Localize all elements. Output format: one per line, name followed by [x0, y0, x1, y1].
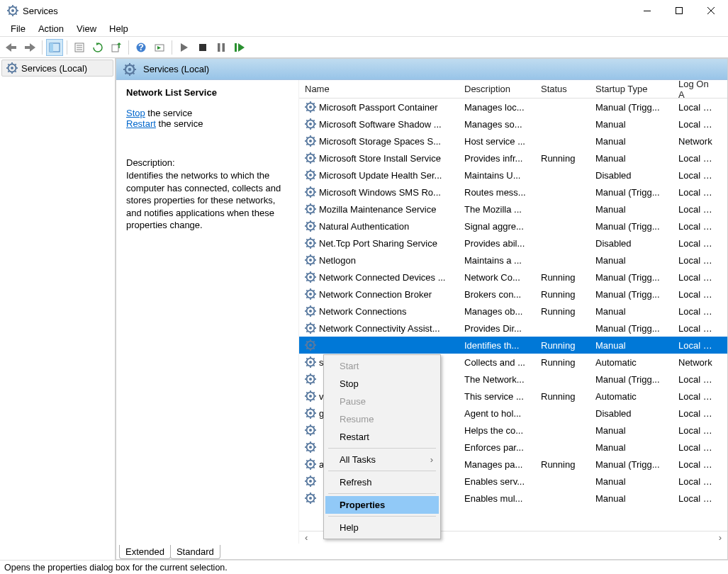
- restart-button[interactable]: [231, 39, 248, 56]
- export-button[interactable]: [108, 39, 125, 56]
- menubar: File Action View Help: [0, 21, 728, 37]
- table-row[interactable]: Microsoft Windows SMS Ro...Routes mess..…: [299, 184, 727, 201]
- service-title: Network List Service: [126, 87, 289, 98]
- col-logon[interactable]: Log On A: [673, 80, 720, 100]
- table-row[interactable]: NetlogonMaintains a ...ManualLocal Sys: [299, 252, 727, 269]
- table-row[interactable]: Network Connectivity Assist...Provides D…: [299, 320, 727, 337]
- tab-extended[interactable]: Extended: [119, 545, 171, 559]
- table-row[interactable]: Identifies th...RunningManualLocal Ser: [299, 337, 727, 354]
- col-startup-type[interactable]: Startup Type: [590, 84, 673, 94]
- toolbar: ?: [0, 37, 728, 58]
- table-row[interactable]: Net.Tcp Port Sharing ServiceProvides abi…: [299, 235, 727, 252]
- statusbar: Opens the properties dialog box for the …: [0, 560, 728, 574]
- svg-rect-17: [50, 43, 53, 52]
- table-row[interactable]: Network Connection BrokerBrokers con...R…: [299, 286, 727, 303]
- main-header: Services (Local): [116, 59, 727, 80]
- svg-rect-11: [676, 8, 682, 14]
- table-row[interactable]: Mozilla Maintenance ServiceThe Mozilla .…: [299, 201, 727, 218]
- svg-rect-15: [25, 46, 30, 49]
- refresh-button[interactable]: [89, 39, 106, 56]
- close-button[interactable]: [695, 1, 727, 21]
- description-label: Description:: [126, 157, 289, 168]
- table-row[interactable]: Microsoft Software Shadow ...Manages so.…: [299, 116, 727, 133]
- table-row[interactable]: Network Connected Devices ...Network Co.…: [299, 269, 727, 286]
- minimize-button[interactable]: [631, 1, 663, 21]
- col-description[interactable]: Description: [459, 84, 535, 94]
- stop-button[interactable]: [194, 39, 211, 56]
- main-header-title: Services (Local): [143, 64, 209, 74]
- svg-rect-10: [644, 11, 651, 11]
- table-row[interactable]: Natural AuthenticationSignal aggre...Man…: [299, 218, 727, 235]
- properties-toolbar-button[interactable]: [71, 39, 88, 56]
- svg-rect-28: [223, 43, 225, 52]
- app-icon: [7, 5, 18, 16]
- table-row[interactable]: Microsoft Storage Spaces S...Host servic…: [299, 133, 727, 150]
- table-row[interactable]: Microsoft Store Install ServiceProvides …: [299, 150, 727, 167]
- ctx-restart[interactable]: Restart: [325, 428, 439, 446]
- tab-standard[interactable]: Standard: [170, 545, 220, 559]
- maximize-button[interactable]: [663, 1, 695, 21]
- col-status[interactable]: Status: [535, 84, 590, 94]
- back-button[interactable]: [3, 39, 20, 56]
- menu-action[interactable]: Action: [32, 22, 70, 35]
- context-menu: Start Stop Pause Resume Restart All Task…: [323, 354, 441, 539]
- svg-rect-26: [199, 44, 206, 51]
- view-tabs: Extended Standard: [116, 544, 727, 559]
- table-row[interactable]: Microsoft Update Health Ser...Maintains …: [299, 167, 727, 184]
- help-toolbar-button[interactable]: ?: [133, 39, 150, 56]
- svg-text:?: ?: [138, 43, 144, 52]
- forward-button[interactable]: [21, 39, 38, 56]
- stop-link[interactable]: Stop: [126, 108, 145, 118]
- svg-rect-29: [235, 43, 237, 52]
- list-header: Name Description Status Startup Type Log…: [299, 80, 727, 99]
- ctx-stop[interactable]: Stop: [325, 375, 439, 393]
- play-button[interactable]: [176, 39, 193, 56]
- table-row[interactable]: Microsoft Passport ContainerManages loc.…: [299, 99, 727, 116]
- menu-help[interactable]: Help: [103, 22, 135, 35]
- tree-root[interactable]: Services (Local): [1, 60, 113, 77]
- table-row[interactable]: Network ConnectionsManages ob...RunningM…: [299, 303, 727, 320]
- ctx-start: Start: [325, 357, 439, 375]
- ctx-refresh[interactable]: Refresh: [325, 473, 439, 491]
- action-button[interactable]: [151, 39, 168, 56]
- ctx-help[interactable]: Help: [325, 519, 439, 536]
- ctx-properties[interactable]: Properties: [325, 496, 439, 514]
- description-text: Identifies the networks to which the com…: [126, 169, 289, 232]
- window-title: Services: [23, 6, 631, 16]
- scroll-left-icon[interactable]: ‹: [302, 532, 310, 543]
- show-tree-button[interactable]: [46, 39, 63, 56]
- restart-link[interactable]: Restart: [126, 118, 156, 129]
- titlebar: Services: [0, 0, 728, 21]
- menu-file[interactable]: File: [4, 22, 32, 35]
- svg-rect-14: [11, 46, 16, 49]
- tree-pane: Services (Local): [0, 58, 116, 560]
- ctx-all-tasks[interactable]: All Tasks: [325, 451, 439, 468]
- svg-rect-27: [218, 43, 220, 52]
- menu-view[interactable]: View: [70, 22, 103, 35]
- ctx-resume: Resume: [325, 410, 439, 428]
- tree-root-label: Services (Local): [21, 63, 87, 74]
- col-name[interactable]: Name: [299, 84, 459, 94]
- scroll-right-icon[interactable]: ›: [716, 532, 724, 543]
- detail-pane: Network List Service Stop the service Re…: [116, 80, 299, 544]
- pause-button[interactable]: [213, 39, 230, 56]
- ctx-pause: Pause: [325, 393, 439, 410]
- svg-rect-22: [112, 45, 118, 52]
